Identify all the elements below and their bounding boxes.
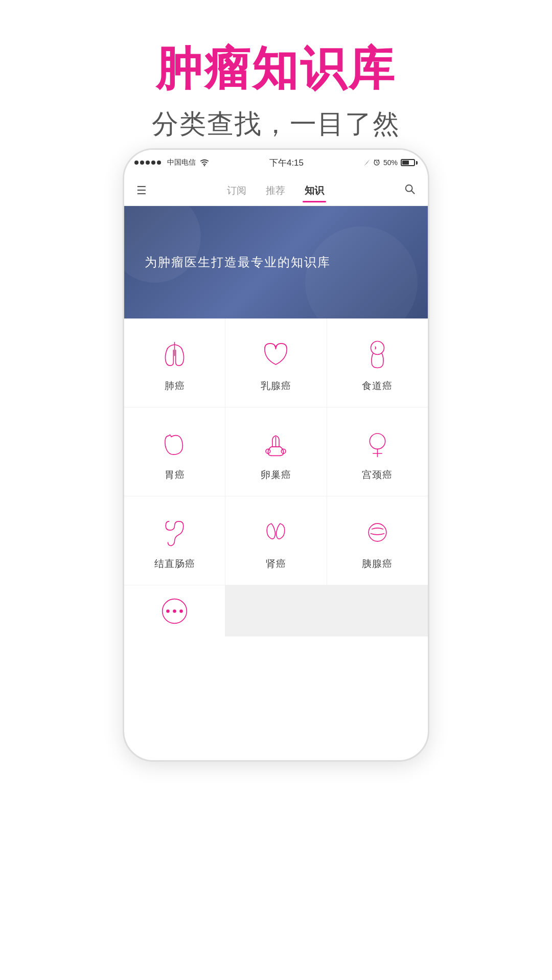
alarm-icon xyxy=(373,159,380,166)
esophagus-icon xyxy=(359,336,395,372)
cancer-cell-cervix[interactable]: 宫颈癌 xyxy=(327,407,428,496)
colorectal-icon xyxy=(157,514,193,550)
breast-icon xyxy=(258,336,294,372)
ovary-icon xyxy=(258,425,294,461)
cancer-grid: 肺癌 乳腺癌 食道癌 xyxy=(124,318,428,636)
pancreas-label: 胰腺癌 xyxy=(362,557,393,571)
battery-icon xyxy=(401,159,418,166)
status-left: 中国电信 xyxy=(134,158,209,167)
signal-dot-5 xyxy=(157,161,161,165)
lung-icon xyxy=(157,336,193,372)
status-right: 50% xyxy=(364,158,418,167)
cancer-cell-esophagus[interactable]: 食道癌 xyxy=(327,318,428,407)
signal-dot-3 xyxy=(146,161,150,165)
cancer-cell-stomach[interactable]: 胃癌 xyxy=(124,407,225,496)
nav-tabs: 订阅 推荐 知识 xyxy=(154,180,397,201)
cancer-cell-lung[interactable]: 肺癌 xyxy=(124,318,225,407)
svg-point-15 xyxy=(179,609,183,613)
signal-dot-4 xyxy=(151,161,155,165)
cancer-cell-kidney[interactable]: 肾癌 xyxy=(225,496,326,585)
cervix-icon xyxy=(359,425,395,461)
phone-frame: 中国电信 下午4:15 50% xyxy=(123,148,429,762)
cervix-label: 宫颈癌 xyxy=(362,468,393,482)
page-subtitle: 分类查找，一目了然 xyxy=(0,106,552,142)
lung-label: 肺癌 xyxy=(165,379,185,393)
tab-subscribe[interactable]: 订阅 xyxy=(225,180,248,201)
tab-knowledge[interactable]: 知识 xyxy=(303,180,326,201)
svg-line-4 xyxy=(411,190,415,193)
tab-recommend[interactable]: 推荐 xyxy=(264,180,287,201)
signal-dot-1 xyxy=(134,161,139,165)
signal-dots xyxy=(134,161,161,165)
cancer-cell-breast[interactable]: 乳腺癌 xyxy=(225,318,326,407)
carrier-name: 中国电信 xyxy=(167,158,196,167)
pancreas-icon xyxy=(359,514,395,550)
more-icon xyxy=(157,595,193,628)
page-title: 肿瘤知识库 xyxy=(0,41,552,96)
kidney-label: 肾癌 xyxy=(266,557,286,571)
wifi-icon xyxy=(200,159,209,166)
svg-point-3 xyxy=(406,185,412,191)
breast-label: 乳腺癌 xyxy=(261,379,291,393)
kidney-icon xyxy=(258,514,294,550)
status-bar: 中国电信 下午4:15 50% xyxy=(124,150,428,175)
nav-bar: ☰ 订阅 推荐 知识 xyxy=(124,175,428,206)
cancer-cell-more[interactable] xyxy=(124,585,225,636)
status-time: 下午4:15 xyxy=(269,157,304,169)
stomach-label: 胃癌 xyxy=(165,468,185,482)
location-icon xyxy=(364,159,370,166)
banner: 为肿瘤医生打造最专业的知识库 xyxy=(124,206,428,318)
esophagus-label: 食道癌 xyxy=(362,379,393,393)
banner-text: 为肿瘤医生打造最专业的知识库 xyxy=(145,254,331,270)
stomach-icon xyxy=(157,425,193,461)
svg-point-5 xyxy=(371,341,384,354)
battery-percent: 50% xyxy=(383,158,398,167)
cancer-cell-pancreas[interactable]: 胰腺癌 xyxy=(327,496,428,585)
cancer-cell-colorectal[interactable]: 结直肠癌 xyxy=(124,496,225,585)
menu-icon[interactable]: ☰ xyxy=(129,184,154,197)
svg-marker-1 xyxy=(364,159,370,166)
svg-point-8 xyxy=(370,434,385,449)
page-header: 肿瘤知识库 分类查找，一目了然 xyxy=(0,0,552,163)
cancer-cell-ovary[interactable]: 卵巢癌 xyxy=(225,407,326,496)
search-icon[interactable] xyxy=(397,184,423,198)
svg-point-14 xyxy=(173,609,176,613)
colorectal-label: 结直肠癌 xyxy=(154,557,195,571)
svg-point-11 xyxy=(369,523,386,541)
signal-dot-2 xyxy=(140,161,144,165)
svg-point-13 xyxy=(166,609,170,613)
svg-point-0 xyxy=(204,165,205,166)
ovary-label: 卵巢癌 xyxy=(261,468,291,482)
